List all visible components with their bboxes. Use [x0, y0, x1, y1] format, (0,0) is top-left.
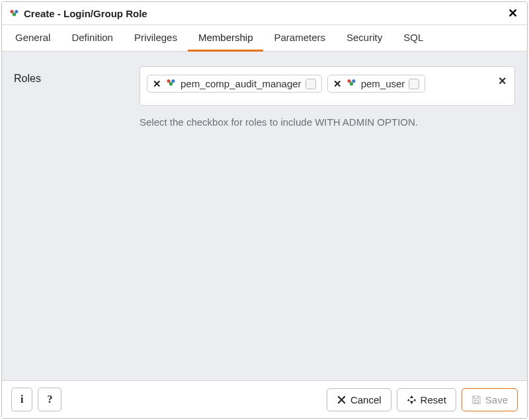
remove-role-icon[interactable]: ✕ [333, 79, 342, 89]
roles-field: ✕ pem_comp_audit_manager ✕ [140, 66, 515, 128]
role-admin-checkbox[interactable] [409, 79, 419, 89]
svg-point-7 [352, 79, 355, 83]
tab-privileges[interactable]: Privileges [124, 25, 188, 52]
save-button[interactable]: Save [462, 388, 518, 411]
role-chip: ✕ pem_user [327, 75, 426, 93]
tab-parameters[interactable]: Parameters [263, 25, 336, 52]
role-group-icon [346, 78, 357, 89]
svg-point-6 [347, 79, 350, 83]
tab-sql[interactable]: SQL [393, 25, 434, 52]
reset-button[interactable]: Reset [397, 388, 456, 411]
clear-roles-icon[interactable]: ✕ [498, 75, 507, 87]
svg-point-2 [13, 13, 16, 16]
tab-general[interactable]: General [5, 25, 61, 52]
save-label: Save [485, 394, 508, 405]
help-icon: ? [47, 394, 52, 405]
role-admin-checkbox[interactable] [305, 79, 316, 89]
roles-tag-input[interactable]: ✕ pem_comp_audit_manager ✕ [140, 66, 515, 106]
cancel-label: Cancel [350, 394, 382, 405]
close-icon[interactable]: ✕ [505, 6, 520, 21]
tab-membership[interactable]: Membership [188, 25, 264, 52]
save-icon [471, 395, 481, 405]
help-button[interactable]: ? [38, 388, 61, 411]
svg-point-1 [15, 10, 18, 13]
svg-point-0 [11, 10, 14, 13]
tab-security[interactable]: Security [336, 25, 393, 52]
dialog-title: Create - Login/Group Role [24, 8, 505, 19]
role-group-icon [165, 78, 177, 89]
svg-point-8 [349, 82, 352, 85]
info-icon: i [20, 394, 23, 405]
svg-point-5 [169, 82, 173, 85]
role-chip-name: pem_comp_audit_manager [181, 78, 302, 89]
role-group-icon [9, 9, 20, 18]
dialog-titlebar: Create - Login/Group Role ✕ [2, 2, 527, 25]
form-row-roles: Roles ✕ pem_comp_audit_manager [14, 66, 515, 128]
remove-role-icon[interactable]: ✕ [153, 79, 161, 89]
roles-help-text: Select the checkbox for roles to include… [140, 116, 515, 128]
dialog-tabs: General Definition Privileges Membership… [2, 25, 527, 52]
role-chip: ✕ pem_comp_audit_manager [147, 75, 322, 93]
role-chip-name: pem_user [361, 78, 405, 89]
dialog-footer: i ? Cancel Reset Save [2, 380, 527, 418]
dialog-content: Roles ✕ pem_comp_audit_manager [2, 52, 527, 380]
close-icon [337, 395, 346, 405]
cancel-button[interactable]: Cancel [327, 388, 391, 411]
recycle-icon [407, 395, 417, 405]
svg-point-4 [171, 79, 175, 83]
reset-label: Reset [421, 394, 446, 405]
dialog-create-role: Create - Login/Group Role ✕ General Defi… [1, 1, 528, 419]
svg-point-3 [167, 79, 171, 83]
roles-label: Roles [14, 66, 133, 85]
tab-definition[interactable]: Definition [61, 25, 124, 52]
info-button[interactable]: i [11, 388, 32, 411]
